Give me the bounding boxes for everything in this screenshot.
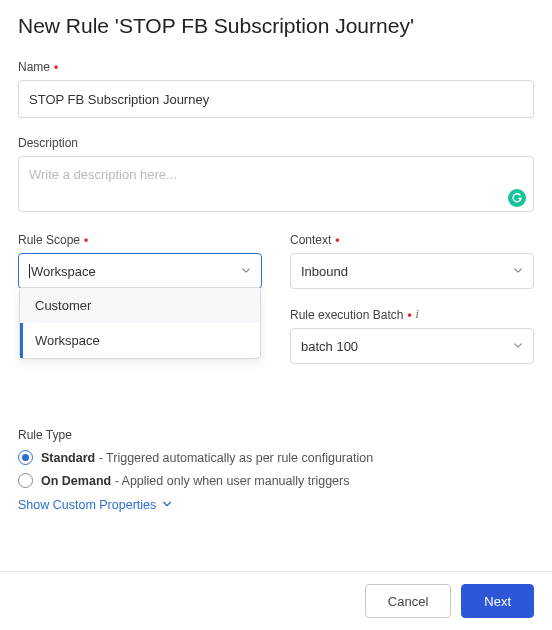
info-icon: i xyxy=(416,307,419,322)
chevron-down-icon xyxy=(513,339,523,354)
required-icon: • xyxy=(335,234,339,246)
radio-unchecked-icon xyxy=(18,473,33,488)
radio-checked-icon xyxy=(18,450,33,465)
chevron-down-icon xyxy=(241,264,251,279)
show-custom-properties-link[interactable]: Show Custom Properties xyxy=(18,498,534,512)
context-select[interactable]: Inbound xyxy=(290,253,534,289)
cancel-button[interactable]: Cancel xyxy=(365,584,451,618)
rule-type-ondemand-radio[interactable]: On Demand - Applied only when user manua… xyxy=(18,473,534,488)
rule-scope-option-workspace[interactable]: Workspace xyxy=(20,323,260,358)
rule-scope-dropdown: Customer Workspace xyxy=(19,287,261,359)
required-icon: • xyxy=(407,309,411,321)
next-button[interactable]: Next xyxy=(461,584,534,618)
context-label: Context• xyxy=(290,233,534,247)
chevron-down-icon xyxy=(162,498,172,512)
grammarly-icon xyxy=(508,189,526,207)
name-label: Name• xyxy=(18,60,534,74)
description-label: Description xyxy=(18,136,534,150)
batch-label: Rule execution Batch• i xyxy=(290,307,534,322)
required-icon: • xyxy=(54,61,58,73)
batch-select[interactable]: batch 100 xyxy=(290,328,534,364)
required-icon: • xyxy=(84,234,88,246)
rule-type-standard-radio[interactable]: Standard - Triggered automatically as pe… xyxy=(18,450,534,465)
footer: Cancel Next xyxy=(0,571,552,630)
name-input[interactable] xyxy=(18,80,534,118)
rule-scope-option-customer[interactable]: Customer xyxy=(20,288,260,323)
rule-scope-label: Rule Scope• xyxy=(18,233,262,247)
chevron-down-icon xyxy=(513,264,523,279)
description-input[interactable] xyxy=(18,156,534,212)
page-title: New Rule 'STOP FB Subscription Journey' xyxy=(18,14,534,38)
rule-type-label: Rule Type xyxy=(18,428,534,442)
rule-scope-value: Workspace xyxy=(31,264,96,279)
rule-scope-select[interactable]: Workspace Customer Workspace xyxy=(18,253,262,289)
batch-value: batch 100 xyxy=(301,339,358,354)
context-value: Inbound xyxy=(301,264,348,279)
